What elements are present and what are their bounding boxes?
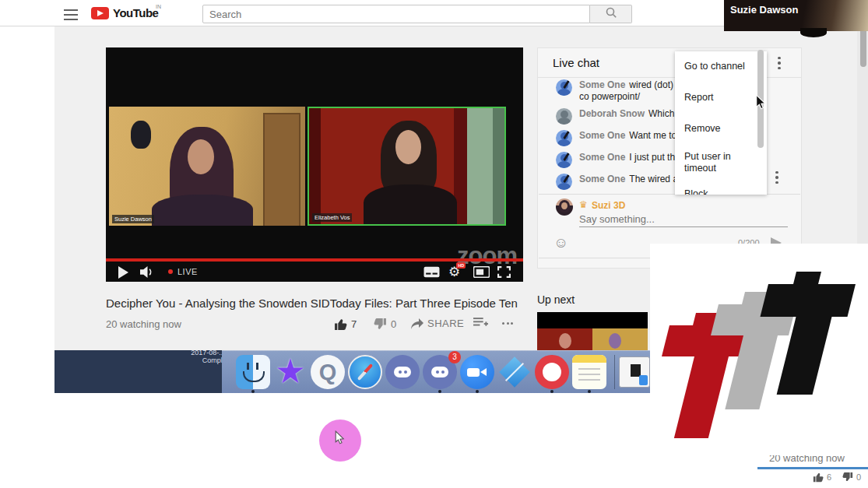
chat-message: Some OneI just put the: [556, 152, 677, 168]
watching-now-count: 20 watching now: [106, 318, 181, 330]
up-next-label: Up next: [537, 293, 575, 306]
more-actions-button[interactable]: [502, 322, 515, 325]
blue-diamond-app-icon[interactable]: [497, 355, 532, 389]
quicktime-icon[interactable]: Q: [311, 355, 345, 389]
chat-avatar: [556, 174, 572, 190]
dock-separator: [614, 355, 615, 389]
search-icon: [605, 6, 617, 22]
live-indicator: LIVE: [168, 265, 198, 278]
chat-context-menu: Go to channel Report Remove Put user in …: [675, 51, 767, 195]
zoom-app-icon[interactable]: [460, 355, 494, 389]
like-button[interactable]: 7: [334, 318, 357, 331]
share-icon: [411, 318, 423, 329]
discord-icon[interactable]: [385, 355, 420, 389]
thumb-up-icon: [334, 318, 347, 331]
youtube-logo-text[interactable]: YouTube: [113, 6, 158, 19]
chat-message: Deborah SnowWhich co: [556, 108, 677, 125]
imovie-icon[interactable]: ★: [273, 355, 307, 389]
webcam-feed-left: Suzie Dawson: [109, 107, 305, 226]
captions-button[interactable]: [423, 266, 440, 278]
youtube-logo-icon[interactable]: [91, 7, 109, 19]
chat-message: Some OneThe wired art: [556, 174, 677, 190]
running-indicator: [550, 390, 553, 393]
ttt-logo: [650, 244, 868, 455]
moderator-avatar: [556, 198, 573, 216]
like-button-bottom[interactable]: 6: [813, 472, 831, 483]
menu-item-block[interactable]: Block: [684, 188, 759, 195]
video-title: Decipher You - Analysing the Snowden SID…: [106, 297, 526, 310]
running-indicator: [588, 390, 591, 393]
mouse-cursor: [335, 430, 345, 445]
finder-icon[interactable]: [236, 355, 270, 389]
emoji-button[interactable]: ☺: [553, 235, 568, 250]
thumb-down-icon: [374, 318, 387, 331]
live-dot-icon: [168, 269, 173, 274]
mouse-cursor: [755, 94, 767, 114]
add-to-playlist-button[interactable]: [473, 318, 492, 328]
hd-badge: HD: [456, 262, 466, 269]
captions-icon: [423, 266, 440, 278]
minimized-window-icon[interactable]: [619, 356, 650, 388]
region-label: IN: [156, 4, 161, 9]
chat-input-underline: [579, 226, 788, 227]
streamer-name: Suzie Dawson: [730, 4, 798, 16]
webcam-feed-right: Elizabeth Vos: [307, 107, 506, 226]
volume-icon: [140, 266, 155, 278]
chat-avatar: [556, 130, 572, 146]
video-player[interactable]: Suzie Dawson Elizabeth Vos zoom LIVE ⚙ H…: [106, 47, 523, 282]
ttt-logo-overlay: [650, 244, 868, 455]
chat-avatar: [556, 152, 572, 168]
running-indicator: [476, 390, 479, 393]
chat-menu-button[interactable]: [778, 55, 781, 71]
screen: YouTube IN Suzie Dawson Elizabeth Vos z: [0, 0, 868, 488]
notification-badge: 3: [448, 351, 461, 363]
streamer-webcam-overlay: Suzie Dawson: [724, 0, 868, 31]
message-menu-button[interactable]: [775, 170, 778, 185]
volume-button[interactable]: [140, 266, 155, 278]
fullscreen-icon: [497, 266, 511, 278]
running-indicator: [438, 390, 441, 393]
crown-icon: ♛: [579, 199, 588, 210]
thumb-up-icon: [813, 472, 824, 483]
chat-avatar: [556, 108, 572, 125]
hamburger-menu-icon[interactable]: [64, 9, 78, 23]
live-chat-title: Live chat: [553, 56, 599, 69]
thumb-down-icon: [842, 472, 853, 483]
menu-item-put-user-in-timeout[interactable]: Put user in timeout: [684, 151, 759, 174]
streamer-head-silhouette: [800, 28, 827, 37]
menu-item-report[interactable]: Report: [684, 92, 759, 104]
play-button[interactable]: [118, 266, 128, 279]
chat-input[interactable]: Say something...: [579, 213, 655, 225]
search-button[interactable]: [590, 5, 632, 23]
running-indicator: [251, 390, 255, 393]
moderator-name: Suzi 3D: [592, 200, 625, 211]
opera-icon[interactable]: [535, 355, 569, 389]
speaker-name-label: Suzie Dawson: [112, 215, 154, 223]
video-progress-bar[interactable]: [106, 258, 523, 262]
zoom-watermark: zoom: [457, 244, 517, 268]
dislike-button[interactable]: 0: [374, 318, 396, 331]
theater-icon: [473, 266, 490, 278]
fullscreen-button[interactable]: [497, 266, 511, 278]
menu-item-go-to-channel[interactable]: Go to channel: [684, 61, 759, 72]
playlist-add-icon: [473, 318, 488, 328]
dislike-button-bottom[interactable]: 0: [842, 472, 861, 483]
safari-icon[interactable]: [348, 355, 382, 389]
menu-item-remove[interactable]: Remove: [684, 123, 759, 135]
settings-button[interactable]: ⚙ HD: [448, 265, 460, 279]
theater-mode-button[interactable]: [473, 266, 490, 278]
accent-underline: [757, 467, 868, 469]
cursor-highlight: [319, 420, 361, 462]
chat-message: Some OneWant me to li: [556, 130, 677, 146]
chat-avatar: [556, 79, 572, 96]
discord-icon[interactable]: 3: [423, 355, 457, 389]
search-input[interactable]: [202, 5, 590, 23]
speaker-name-label: Elizabeth Vos: [312, 213, 352, 222]
notes-icon[interactable]: [572, 355, 606, 389]
share-button[interactable]: SHARE: [411, 318, 464, 329]
chat-message: Some Onewired (dot) co powerpoint/: [556, 79, 677, 103]
